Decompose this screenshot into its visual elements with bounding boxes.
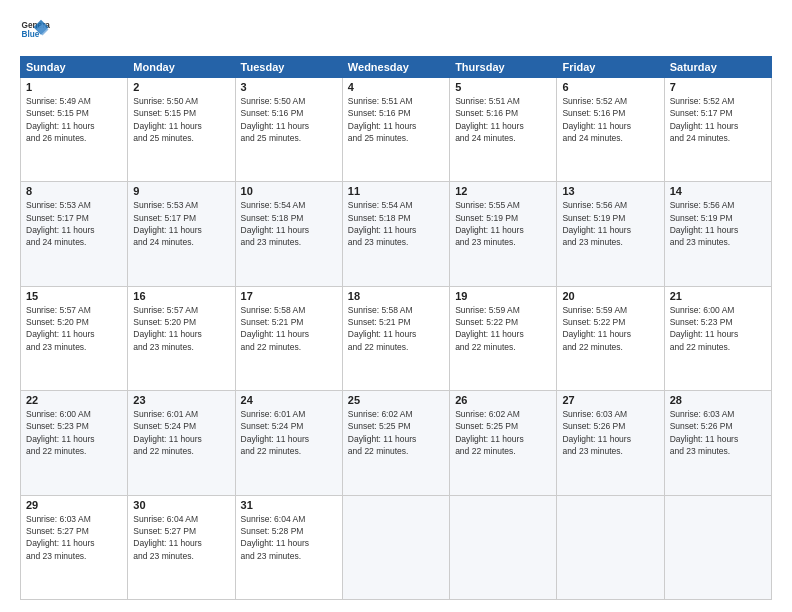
day-number: 16 [133, 290, 229, 302]
day-number: 15 [26, 290, 122, 302]
calendar-day-cell: 27Sunrise: 6:03 AMSunset: 5:26 PMDayligh… [557, 391, 664, 495]
calendar-week-row: 29Sunrise: 6:03 AMSunset: 5:27 PMDayligh… [21, 495, 772, 599]
day-detail: Sunrise: 5:54 AMSunset: 5:18 PMDaylight:… [348, 199, 444, 248]
day-number: 2 [133, 81, 229, 93]
day-number: 12 [455, 185, 551, 197]
calendar-day-cell: 26Sunrise: 6:02 AMSunset: 5:25 PMDayligh… [450, 391, 557, 495]
weekday-header-saturday: Saturday [664, 57, 771, 78]
weekday-header-sunday: Sunday [21, 57, 128, 78]
calendar-week-row: 1Sunrise: 5:49 AMSunset: 5:15 PMDaylight… [21, 78, 772, 182]
day-detail: Sunrise: 5:53 AMSunset: 5:17 PMDaylight:… [26, 199, 122, 248]
day-detail: Sunrise: 5:58 AMSunset: 5:21 PMDaylight:… [241, 304, 337, 353]
calendar-day-cell: 17Sunrise: 5:58 AMSunset: 5:21 PMDayligh… [235, 286, 342, 390]
day-detail: Sunrise: 6:00 AMSunset: 5:23 PMDaylight:… [26, 408, 122, 457]
day-number: 14 [670, 185, 766, 197]
calendar-day-cell: 4Sunrise: 5:51 AMSunset: 5:16 PMDaylight… [342, 78, 449, 182]
logo: General Blue [20, 16, 50, 46]
day-detail: Sunrise: 5:57 AMSunset: 5:20 PMDaylight:… [133, 304, 229, 353]
day-number: 27 [562, 394, 658, 406]
day-detail: Sunrise: 5:51 AMSunset: 5:16 PMDaylight:… [455, 95, 551, 144]
day-number: 5 [455, 81, 551, 93]
day-detail: Sunrise: 5:52 AMSunset: 5:16 PMDaylight:… [562, 95, 658, 144]
calendar-day-cell: 9Sunrise: 5:53 AMSunset: 5:17 PMDaylight… [128, 182, 235, 286]
calendar-day-cell: 29Sunrise: 6:03 AMSunset: 5:27 PMDayligh… [21, 495, 128, 599]
day-number: 3 [241, 81, 337, 93]
calendar-day-cell: 10Sunrise: 5:54 AMSunset: 5:18 PMDayligh… [235, 182, 342, 286]
calendar-day-cell: 23Sunrise: 6:01 AMSunset: 5:24 PMDayligh… [128, 391, 235, 495]
day-detail: Sunrise: 6:04 AMSunset: 5:27 PMDaylight:… [133, 513, 229, 562]
calendar-day-cell: 13Sunrise: 5:56 AMSunset: 5:19 PMDayligh… [557, 182, 664, 286]
header: General Blue [20, 16, 772, 46]
day-detail: Sunrise: 5:59 AMSunset: 5:22 PMDaylight:… [562, 304, 658, 353]
weekday-header-wednesday: Wednesday [342, 57, 449, 78]
calendar-week-row: 15Sunrise: 5:57 AMSunset: 5:20 PMDayligh… [21, 286, 772, 390]
calendar-day-cell: 6Sunrise: 5:52 AMSunset: 5:16 PMDaylight… [557, 78, 664, 182]
calendar-day-cell: 1Sunrise: 5:49 AMSunset: 5:15 PMDaylight… [21, 78, 128, 182]
day-number: 20 [562, 290, 658, 302]
day-detail: Sunrise: 5:51 AMSunset: 5:16 PMDaylight:… [348, 95, 444, 144]
day-detail: Sunrise: 5:50 AMSunset: 5:15 PMDaylight:… [133, 95, 229, 144]
calendar-week-row: 22Sunrise: 6:00 AMSunset: 5:23 PMDayligh… [21, 391, 772, 495]
day-number: 11 [348, 185, 444, 197]
calendar-empty-cell [342, 495, 449, 599]
calendar-day-cell: 31Sunrise: 6:04 AMSunset: 5:28 PMDayligh… [235, 495, 342, 599]
day-detail: Sunrise: 6:03 AMSunset: 5:26 PMDaylight:… [670, 408, 766, 457]
day-detail: Sunrise: 5:53 AMSunset: 5:17 PMDaylight:… [133, 199, 229, 248]
day-detail: Sunrise: 5:52 AMSunset: 5:17 PMDaylight:… [670, 95, 766, 144]
day-number: 28 [670, 394, 766, 406]
day-number: 13 [562, 185, 658, 197]
day-number: 8 [26, 185, 122, 197]
day-detail: Sunrise: 5:50 AMSunset: 5:16 PMDaylight:… [241, 95, 337, 144]
calendar-empty-cell [450, 495, 557, 599]
day-number: 17 [241, 290, 337, 302]
day-number: 29 [26, 499, 122, 511]
weekday-header-friday: Friday [557, 57, 664, 78]
calendar-day-cell: 12Sunrise: 5:55 AMSunset: 5:19 PMDayligh… [450, 182, 557, 286]
day-number: 9 [133, 185, 229, 197]
calendar-day-cell: 28Sunrise: 6:03 AMSunset: 5:26 PMDayligh… [664, 391, 771, 495]
calendar-day-cell: 3Sunrise: 5:50 AMSunset: 5:16 PMDaylight… [235, 78, 342, 182]
day-detail: Sunrise: 5:55 AMSunset: 5:19 PMDaylight:… [455, 199, 551, 248]
day-detail: Sunrise: 5:57 AMSunset: 5:20 PMDaylight:… [26, 304, 122, 353]
day-number: 26 [455, 394, 551, 406]
day-number: 18 [348, 290, 444, 302]
day-number: 10 [241, 185, 337, 197]
calendar-day-cell: 14Sunrise: 5:56 AMSunset: 5:19 PMDayligh… [664, 182, 771, 286]
calendar-day-cell: 8Sunrise: 5:53 AMSunset: 5:17 PMDaylight… [21, 182, 128, 286]
day-number: 22 [26, 394, 122, 406]
calendar-empty-cell [664, 495, 771, 599]
weekday-header-tuesday: Tuesday [235, 57, 342, 78]
day-number: 25 [348, 394, 444, 406]
day-detail: Sunrise: 6:02 AMSunset: 5:25 PMDaylight:… [348, 408, 444, 457]
calendar-day-cell: 7Sunrise: 5:52 AMSunset: 5:17 PMDaylight… [664, 78, 771, 182]
page: General Blue SundayMondayTuesdayWednesda… [0, 0, 792, 612]
day-number: 19 [455, 290, 551, 302]
calendar-day-cell: 20Sunrise: 5:59 AMSunset: 5:22 PMDayligh… [557, 286, 664, 390]
day-detail: Sunrise: 5:59 AMSunset: 5:22 PMDaylight:… [455, 304, 551, 353]
day-detail: Sunrise: 6:00 AMSunset: 5:23 PMDaylight:… [670, 304, 766, 353]
day-detail: Sunrise: 6:04 AMSunset: 5:28 PMDaylight:… [241, 513, 337, 562]
calendar-day-cell: 22Sunrise: 6:00 AMSunset: 5:23 PMDayligh… [21, 391, 128, 495]
day-detail: Sunrise: 5:49 AMSunset: 5:15 PMDaylight:… [26, 95, 122, 144]
calendar-day-cell: 2Sunrise: 5:50 AMSunset: 5:15 PMDaylight… [128, 78, 235, 182]
calendar-day-cell: 16Sunrise: 5:57 AMSunset: 5:20 PMDayligh… [128, 286, 235, 390]
svg-text:Blue: Blue [22, 30, 40, 39]
day-detail: Sunrise: 5:54 AMSunset: 5:18 PMDaylight:… [241, 199, 337, 248]
day-number: 30 [133, 499, 229, 511]
calendar-week-row: 8Sunrise: 5:53 AMSunset: 5:17 PMDaylight… [21, 182, 772, 286]
calendar-day-cell: 11Sunrise: 5:54 AMSunset: 5:18 PMDayligh… [342, 182, 449, 286]
day-number: 21 [670, 290, 766, 302]
day-number: 7 [670, 81, 766, 93]
day-number: 24 [241, 394, 337, 406]
day-detail: Sunrise: 5:56 AMSunset: 5:19 PMDaylight:… [670, 199, 766, 248]
calendar-table: SundayMondayTuesdayWednesdayThursdayFrid… [20, 56, 772, 600]
weekday-header-monday: Monday [128, 57, 235, 78]
weekday-header-thursday: Thursday [450, 57, 557, 78]
logo-icon: General Blue [20, 16, 50, 46]
calendar-day-cell: 25Sunrise: 6:02 AMSunset: 5:25 PMDayligh… [342, 391, 449, 495]
calendar-day-cell: 5Sunrise: 5:51 AMSunset: 5:16 PMDaylight… [450, 78, 557, 182]
day-number: 1 [26, 81, 122, 93]
calendar-day-cell: 24Sunrise: 6:01 AMSunset: 5:24 PMDayligh… [235, 391, 342, 495]
calendar-day-cell: 30Sunrise: 6:04 AMSunset: 5:27 PMDayligh… [128, 495, 235, 599]
calendar-day-cell: 15Sunrise: 5:57 AMSunset: 5:20 PMDayligh… [21, 286, 128, 390]
